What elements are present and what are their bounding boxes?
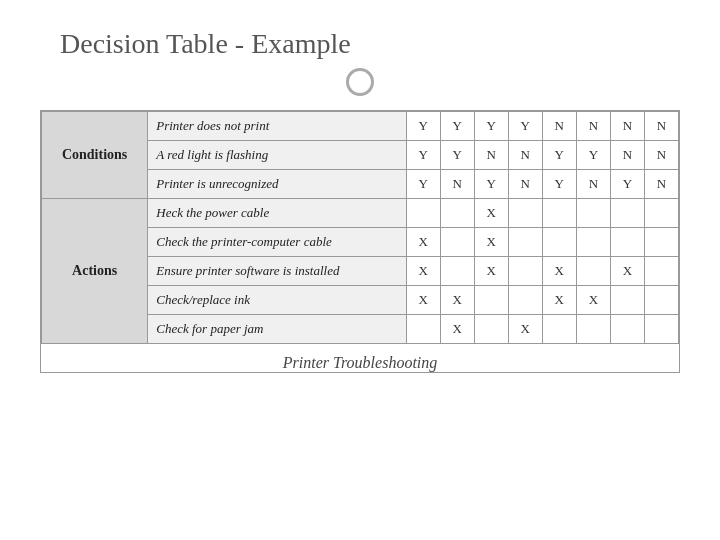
- condition-val-2-4: Y: [542, 170, 576, 199]
- condition-val-1-3: N: [508, 141, 542, 170]
- action-val-3-0: X: [406, 286, 440, 315]
- condition-val-2-0: Y: [406, 170, 440, 199]
- circle-divider: [346, 68, 374, 96]
- action-val-0-3: [508, 199, 542, 228]
- actions-section-label: Actions: [42, 199, 148, 344]
- condition-val-2-7: N: [644, 170, 678, 199]
- action-val-3-7: [644, 286, 678, 315]
- action-val-1-4: [542, 228, 576, 257]
- condition-val-1-2: N: [474, 141, 508, 170]
- condition-val-0-1: Y: [440, 112, 474, 141]
- action-val-3-4: X: [542, 286, 576, 315]
- action-val-1-5: [576, 228, 610, 257]
- page-title: Decision Table - Example: [60, 28, 351, 60]
- action-val-3-2: [474, 286, 508, 315]
- condition-val-0-4: N: [542, 112, 576, 141]
- action-val-0-2: X: [474, 199, 508, 228]
- action-val-4-0: [406, 315, 440, 344]
- condition-label-0: Printer does not print: [148, 112, 406, 141]
- condition-val-2-2: Y: [474, 170, 508, 199]
- action-val-2-2: X: [474, 257, 508, 286]
- action-val-3-6: [610, 286, 644, 315]
- action-val-0-6: [610, 199, 644, 228]
- action-label-1: Check the printer-computer cable: [148, 228, 406, 257]
- action-val-3-5: X: [576, 286, 610, 315]
- action-label-0: Heck the power cable: [148, 199, 406, 228]
- action-label-4: Check for paper jam: [148, 315, 406, 344]
- action-val-2-7: [644, 257, 678, 286]
- conditions-section-label: Conditions: [42, 112, 148, 199]
- condition-val-0-7: N: [644, 112, 678, 141]
- condition-val-1-0: Y: [406, 141, 440, 170]
- action-val-1-1: [440, 228, 474, 257]
- action-label-2: Ensure printer software is installed: [148, 257, 406, 286]
- condition-val-1-4: Y: [542, 141, 576, 170]
- condition-val-2-6: Y: [610, 170, 644, 199]
- action-val-3-3: [508, 286, 542, 315]
- table-caption-row: Printer Troubleshooting: [42, 344, 679, 373]
- action-val-0-7: [644, 199, 678, 228]
- action-val-0-4: [542, 199, 576, 228]
- action-label-3: Check/replace ink: [148, 286, 406, 315]
- action-val-0-1: [440, 199, 474, 228]
- action-val-0-5: [576, 199, 610, 228]
- condition-val-0-2: Y: [474, 112, 508, 141]
- action-val-1-7: [644, 228, 678, 257]
- action-val-4-7: [644, 315, 678, 344]
- action-val-4-1: X: [440, 315, 474, 344]
- condition-val-2-1: N: [440, 170, 474, 199]
- condition-label-1: A red light is flashing: [148, 141, 406, 170]
- action-val-1-6: [610, 228, 644, 257]
- action-val-4-4: [542, 315, 576, 344]
- action-val-2-4: X: [542, 257, 576, 286]
- condition-val-1-5: Y: [576, 141, 610, 170]
- action-val-4-3: X: [508, 315, 542, 344]
- action-val-2-0: X: [406, 257, 440, 286]
- action-val-3-1: X: [440, 286, 474, 315]
- condition-val-2-5: N: [576, 170, 610, 199]
- action-val-1-0: X: [406, 228, 440, 257]
- condition-val-1-6: N: [610, 141, 644, 170]
- condition-val-1-7: N: [644, 141, 678, 170]
- action-val-4-6: [610, 315, 644, 344]
- condition-val-1-1: Y: [440, 141, 474, 170]
- condition-val-0-6: N: [610, 112, 644, 141]
- condition-label-2: Printer is unrecognized: [148, 170, 406, 199]
- action-val-2-3: [508, 257, 542, 286]
- action-val-2-1: [440, 257, 474, 286]
- action-val-2-6: X: [610, 257, 644, 286]
- action-val-4-5: [576, 315, 610, 344]
- table-caption: Printer Troubleshooting: [42, 344, 679, 373]
- condition-val-2-3: N: [508, 170, 542, 199]
- action-val-0-0: [406, 199, 440, 228]
- action-val-4-2: [474, 315, 508, 344]
- action-val-1-3: [508, 228, 542, 257]
- condition-val-0-5: N: [576, 112, 610, 141]
- condition-val-0-3: Y: [508, 112, 542, 141]
- actions-row-0: ActionsHeck the power cableX: [42, 199, 679, 228]
- decision-table: ConditionsPrinter does not printYYYYNNNN…: [40, 110, 680, 373]
- action-val-1-2: X: [474, 228, 508, 257]
- action-val-2-5: [576, 257, 610, 286]
- condition-val-0-0: Y: [406, 112, 440, 141]
- conditions-row-0: ConditionsPrinter does not printYYYYNNNN: [42, 112, 679, 141]
